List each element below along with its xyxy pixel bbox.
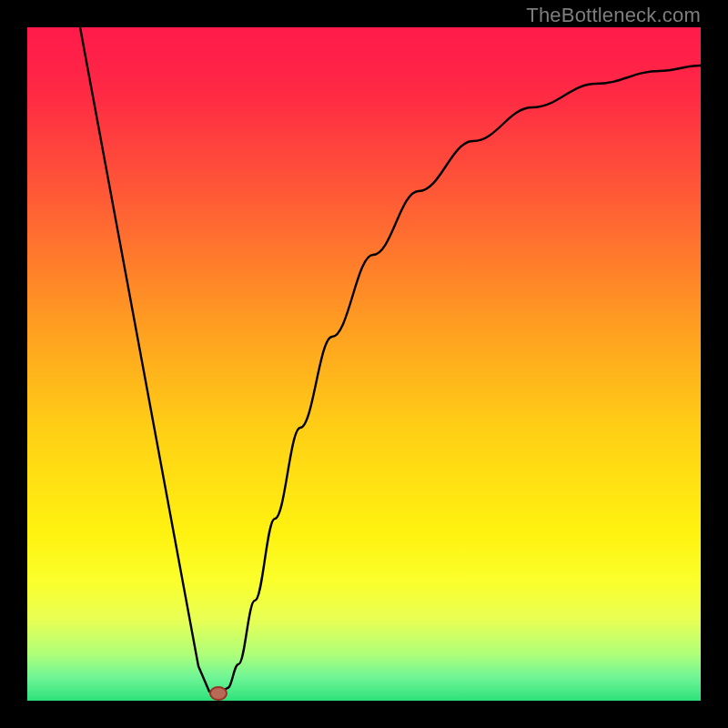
attribution-text: TheBottleneck.com	[526, 4, 701, 27]
chart-svg	[27, 27, 701, 701]
chart-background	[27, 27, 701, 701]
minimum-marker	[210, 687, 227, 700]
chart-frame: TheBottleneck.com	[0, 0, 728, 728]
plot-area	[27, 27, 701, 701]
